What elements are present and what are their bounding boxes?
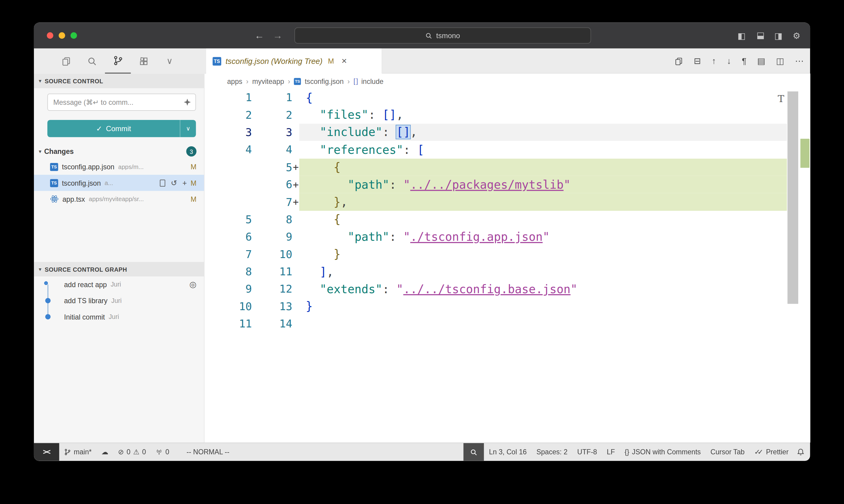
remote-indicator[interactable]: >< — [34, 443, 59, 461]
toggle-sidebar-icon[interactable]: ◧ — [738, 30, 746, 41]
goto-commit-icon[interactable]: ◎ — [189, 280, 196, 289]
code-line[interactable]: 811 ], — [205, 263, 787, 281]
file-link[interactable]: ./tsconfig.app.json — [410, 230, 542, 244]
code-area[interactable]: 11{22 "files": [],33 "include": [],44 "r… — [205, 89, 787, 443]
code-token: "files" — [320, 108, 368, 122]
commit-author: Juri — [111, 281, 121, 288]
original-line-number: 11 — [205, 318, 252, 330]
breadcrumb-tsconfig[interactable]: tsconfig.json — [305, 77, 344, 85]
close-window-button[interactable] — [47, 32, 53, 39]
language-mode-indicator[interactable]: {} JSON with Comments — [620, 443, 705, 461]
commit-row-add-react-app[interactable]: add react app Juri ◎ — [34, 276, 204, 293]
search-view-icon[interactable] — [79, 49, 105, 74]
breadcrumb-apps[interactable]: apps — [227, 77, 242, 85]
code-token: : — [389, 178, 403, 191]
original-line-number: 5 — [205, 213, 252, 226]
more-views-chevron-icon[interactable]: ∨ — [157, 49, 183, 74]
changes-tree-header[interactable]: ▾ Changes 3 — [34, 144, 204, 159]
file-row-app-tsx[interactable]: app.tsx apps/myviteapp/sr... M — [34, 191, 204, 207]
code-line-text: "path": "./tsconfig.app.json" — [299, 228, 787, 246]
code-line[interactable]: 6+ "path": "../../packages/mytslib" — [205, 176, 787, 194]
source-control-section-header[interactable]: ▾ SOURCE CONTROL — [34, 74, 204, 88]
commit-dot-icon — [45, 298, 51, 304]
next-change-icon[interactable]: ↓ — [727, 56, 731, 66]
ports-indicator[interactable]: 0 — [151, 443, 174, 461]
commit-message-input[interactable] — [47, 94, 196, 111]
code-line[interactable]: 1114 — [205, 315, 787, 333]
close-tab-icon[interactable]: × — [342, 56, 347, 67]
source-control-graph-header[interactable]: ▾ SOURCE CONTROL GRAPH — [34, 262, 204, 276]
indentation-indicator[interactable]: Spaces: 2 — [531, 443, 572, 461]
layout-controls: ◧ ◧ ◨ ⚙ — [738, 23, 800, 49]
code-line[interactable]: 58 { — [205, 211, 787, 228]
stage-changes-icon[interactable]: + — [183, 178, 187, 187]
command-center-search[interactable]: tsmono — [294, 28, 591, 43]
breadcrumb-myviteapp[interactable]: myviteapp — [252, 77, 284, 85]
more-actions-icon[interactable]: ⋯ — [795, 56, 803, 66]
explorer-icon[interactable] — [53, 49, 79, 74]
activity-bar: ∨ — [34, 49, 205, 74]
original-line-number: 10 — [205, 300, 252, 313]
code-line[interactable]: 1013} — [205, 298, 787, 315]
branch-indicator[interactable]: main* — [59, 443, 97, 461]
original-line-number: 3 — [205, 126, 252, 139]
scrollbar-thumb[interactable] — [788, 91, 798, 304]
file-link[interactable]: ../../tsconfig.base.json — [403, 282, 571, 295]
screencast-zoom-indicator[interactable] — [464, 443, 484, 461]
split-editor-icon[interactable]: ◫ — [776, 56, 784, 66]
notifications-indicator[interactable] — [793, 443, 810, 461]
back-icon[interactable]: ← — [255, 30, 264, 41]
desktop: ← → tsmono ◧ ◧ ◨ ⚙ — [0, 0, 844, 504]
modified-badge: M — [328, 57, 334, 65]
sparkle-ai-icon[interactable] — [183, 98, 192, 106]
toggle-secondary-sidebar-icon[interactable]: ◨ — [774, 30, 782, 41]
breadcrumb-include[interactable]: include — [361, 77, 383, 85]
extensions-view-icon[interactable] — [131, 49, 156, 74]
previous-change-icon[interactable]: ↑ — [712, 56, 716, 66]
eol-indicator[interactable]: LF — [602, 443, 620, 461]
toggle-panel-icon[interactable]: ◧ — [755, 32, 765, 40]
code-line[interactable]: 710 } — [205, 246, 787, 263]
code-token: " — [564, 178, 571, 191]
changes-count-badge: 3 — [186, 146, 196, 157]
code-line[interactable]: 69 "path": "./tsconfig.app.json" — [205, 228, 787, 246]
problems-indicator[interactable]: ⊘ 0 ⚠ 0 — [113, 443, 151, 461]
source-control-view-icon[interactable] — [105, 49, 131, 74]
tab-tsconfig-working-tree[interactable]: TS tsconfig.json (Working Tree) M × — [206, 49, 382, 74]
cursor-position-indicator[interactable]: Ln 3, Col 16 — [484, 443, 531, 461]
file-row-tsconfig-app[interactable]: TS tsconfig.app.json apps/m... M — [34, 159, 204, 175]
settings-gear-icon[interactable]: ⚙ — [793, 30, 800, 41]
forward-icon[interactable]: → — [273, 30, 282, 41]
code-line[interactable]: 11{ — [205, 89, 787, 106]
commit-button-main[interactable]: ✓ Commit — [47, 120, 180, 137]
code-line[interactable]: 5+ { — [205, 158, 787, 176]
commit-row-initial-commit[interactable]: Initial commit Juri — [34, 309, 204, 325]
code-line[interactable]: 33 "include": [], — [205, 124, 787, 141]
discard-changes-icon[interactable]: ↺ — [171, 178, 177, 187]
code-line-text: }, — [299, 193, 787, 211]
commit-dropdown[interactable]: ∨ — [180, 120, 196, 137]
code-line[interactable]: 22 "files": [], — [205, 106, 787, 124]
code-token: } — [306, 300, 313, 313]
notebook-icon[interactable]: ⊟ — [694, 56, 701, 66]
sync-indicator[interactable]: ☁ — [97, 443, 113, 461]
minimize-window-button[interactable] — [59, 32, 65, 39]
open-changes-icon[interactable] — [674, 57, 683, 65]
open-file-icon[interactable] — [160, 179, 166, 186]
file-name: tsconfig.json — [62, 179, 101, 187]
file-row-tsconfig[interactable]: TS tsconfig.json a... ↺ + M — [34, 175, 204, 191]
render-whitespace-icon[interactable]: ¶ — [742, 56, 746, 66]
map-icon[interactable]: ▤ — [757, 56, 765, 66]
maximize-window-button[interactable] — [71, 32, 77, 39]
encoding-indicator[interactable]: UTF-8 — [572, 443, 602, 461]
main-area: ▾ SOURCE CONTROL ✓ Commit ∨ — [34, 74, 810, 443]
vim-mode-indicator[interactable]: -- NORMAL -- — [182, 443, 234, 461]
code-line[interactable]: 44 "references": [ — [205, 141, 787, 158]
commit-row-add-ts-library[interactable]: add TS library Juri — [34, 293, 204, 309]
cursor-tab-indicator[interactable]: Cursor Tab — [706, 443, 750, 461]
code-line[interactable]: 7+ }, — [205, 193, 787, 211]
eol: LF — [607, 448, 615, 456]
file-link[interactable]: ../../packages/mytslib — [410, 178, 564, 191]
code-line[interactable]: 912 "extends": "../../tsconfig.base.json… — [205, 281, 787, 298]
formatter-indicator[interactable]: ✓✓ Prettier — [750, 443, 793, 461]
